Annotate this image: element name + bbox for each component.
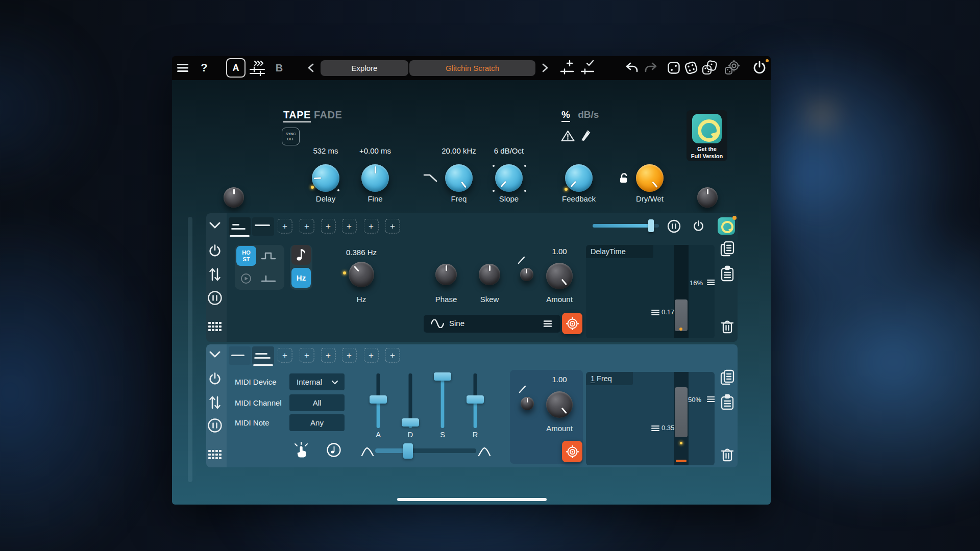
explore-button[interactable]: Explore [321,60,408,76]
matrix-depth-menu-icon[interactable] [651,425,659,432]
power-icon[interactable] [752,60,767,76]
undo-icon[interactable] [624,61,640,74]
mod-power-icon[interactable] [208,372,222,386]
matrix-range-menu-icon[interactable] [707,279,715,286]
decay-slider-handle[interactable] [402,418,419,427]
add-mod-slot-button[interactable]: + [364,348,379,363]
sync-toggle-badge[interactable]: SYNC OFF [282,128,300,145]
midi-note-select[interactable]: Any [289,414,345,431]
smooth-knob[interactable] [520,268,533,281]
delete-icon[interactable] [720,447,734,462]
delay-knob[interactable] [312,164,339,192]
rate-knob[interactable] [349,262,374,287]
paste-icon[interactable] [719,265,736,283]
attack-slider-handle[interactable] [370,395,387,404]
unit-dbs[interactable]: dB/s [578,109,599,120]
feedback-knob[interactable] [565,164,593,192]
mod-target-button[interactable] [562,441,582,462]
input-knob[interactable] [224,187,244,208]
output-knob[interactable] [697,187,718,208]
menu-icon[interactable] [177,63,189,73]
shape-selector[interactable]: Sine [424,315,560,333]
note-sync-button[interactable] [291,245,311,265]
freq-knob[interactable] [445,164,473,192]
mod-grid-icon[interactable] [208,322,222,331]
razor-icon[interactable] [580,130,591,142]
save-preset-icon[interactable] [580,60,596,76]
preset-name-button[interactable]: Glitchin Scratch [409,60,535,76]
matrix-depth-handle[interactable] [675,387,688,437]
phase-knob[interactable] [435,264,457,285]
play-trigger-icon[interactable] [240,273,252,284]
matrix-depth-handle[interactable] [675,299,688,331]
add-mod-slot-button[interactable]: + [278,219,292,234]
slope-knob[interactable] [495,164,523,192]
add-mod-slot-button[interactable]: + [342,219,357,234]
row-pause-button[interactable] [667,219,681,233]
copy-icon[interactable] [719,240,736,258]
add-mod-slot-button[interactable]: + [300,219,314,234]
add-mod-slot-button[interactable]: + [342,348,357,363]
mod-grid-icon[interactable] [208,450,222,459]
skew-knob[interactable] [479,264,500,285]
global-amount-slider-handle[interactable] [648,219,654,232]
row-power-button[interactable] [692,220,705,233]
touch-trigger-icon[interactable] [293,442,309,458]
randomize-target-icon[interactable] [723,60,741,76]
note-duration-icon[interactable] [326,442,341,458]
host-sync-button[interactable]: HO ST [236,246,256,266]
midi-smooth-knob[interactable] [521,397,534,410]
warning-icon[interactable] [561,130,575,142]
lock-open-icon[interactable] [617,172,630,184]
square-wave-icon[interactable] [261,251,276,260]
save-preset-as-icon[interactable] [559,60,576,76]
step-trigger-icon[interactable] [261,274,276,283]
add-mod-slot-button[interactable]: + [385,348,400,363]
add-mod-slot-button[interactable]: + [278,348,292,363]
mod-target-button[interactable] [562,313,582,334]
add-mod-slot-button[interactable]: + [300,348,314,363]
mod-slot-tab-1[interactable] [229,346,251,365]
matrix-range-menu-icon[interactable] [707,396,715,403]
mod-slot-tab-2[interactable] [252,217,274,236]
mod-direction-icon[interactable] [208,395,222,410]
slot-b-button[interactable]: B [276,62,283,74]
collapse-chevron-icon[interactable] [209,351,221,358]
upgrade-card[interactable]: Get the Full Version [687,110,727,161]
add-mod-slot-button[interactable]: + [321,219,336,234]
paste-icon[interactable] [719,394,736,411]
hz-mode-button[interactable]: Hz [291,268,311,288]
drywet-knob[interactable] [636,164,664,192]
app-logo-button[interactable] [718,217,735,235]
chevron-left-icon[interactable] [308,63,314,72]
collapse-chevron-icon[interactable] [209,222,221,229]
copy-icon[interactable] [719,369,736,386]
delete-icon[interactable] [720,319,734,334]
curve-slider[interactable] [375,448,476,453]
help-button[interactable]: ? [201,61,207,74]
mod-slot-tab-1[interactable] [229,217,251,236]
add-mod-slot-button[interactable]: + [364,219,379,234]
fine-knob[interactable] [361,164,389,192]
unit-percent[interactable]: % [561,109,570,122]
mod-pause-icon[interactable] [207,418,223,433]
release-slider-handle[interactable] [467,395,484,404]
matrix-depth-menu-icon[interactable] [651,309,659,316]
redo-icon[interactable] [643,61,658,74]
morph-icon[interactable] [248,60,266,76]
curve-slider-handle[interactable] [403,443,413,459]
midi-amount-knob[interactable] [546,391,573,418]
mod-power-icon[interactable] [208,244,222,258]
vertical-scrollbar[interactable] [188,217,192,482]
chevron-right-icon[interactable] [542,63,548,72]
randomize-die-icon[interactable] [683,60,699,76]
add-mod-slot-button[interactable]: + [385,219,400,234]
slot-a-button[interactable]: A [226,58,246,78]
mod-direction-icon[interactable] [208,267,222,282]
randomize-all-dice-icon[interactable] [701,60,718,76]
shape-menu-icon[interactable] [543,320,552,328]
midi-channel-select[interactable]: All [289,394,345,411]
mod-slot-tab-2[interactable] [252,346,274,365]
lfo-amount-knob[interactable] [546,263,573,289]
mod-pause-icon[interactable] [207,290,223,306]
